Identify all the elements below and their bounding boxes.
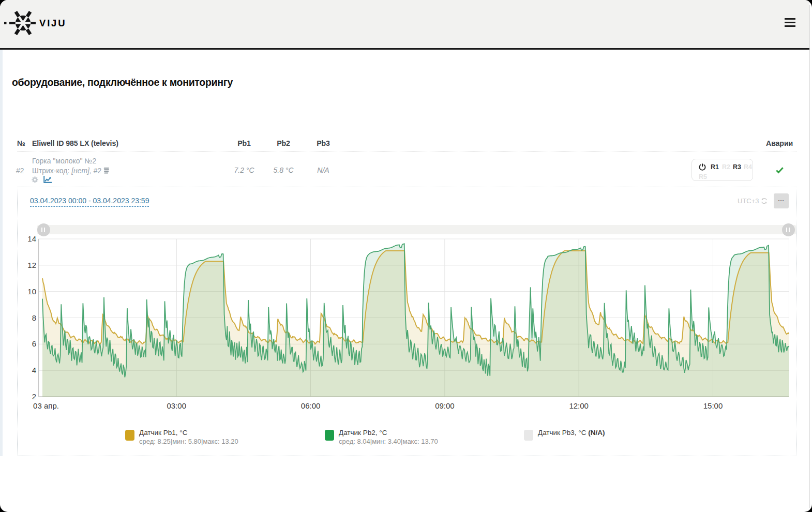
svg-text:03:00: 03:00 bbox=[167, 401, 187, 410]
svg-text:4: 4 bbox=[32, 366, 36, 374]
svg-text:15:00: 15:00 bbox=[703, 401, 723, 410]
svg-text:03 апр.: 03 апр. bbox=[33, 401, 59, 410]
svg-text:10: 10 bbox=[27, 287, 36, 296]
svg-text:14: 14 bbox=[27, 234, 36, 243]
svg-text:09:00: 09:00 bbox=[435, 401, 455, 410]
svg-text:8: 8 bbox=[32, 313, 36, 322]
svg-text:6: 6 bbox=[32, 339, 36, 348]
svg-text:12:00: 12:00 bbox=[569, 401, 589, 410]
svg-text:06:00: 06:00 bbox=[301, 401, 321, 410]
svg-text:2: 2 bbox=[32, 392, 36, 401]
svg-text:12: 12 bbox=[27, 261, 36, 269]
